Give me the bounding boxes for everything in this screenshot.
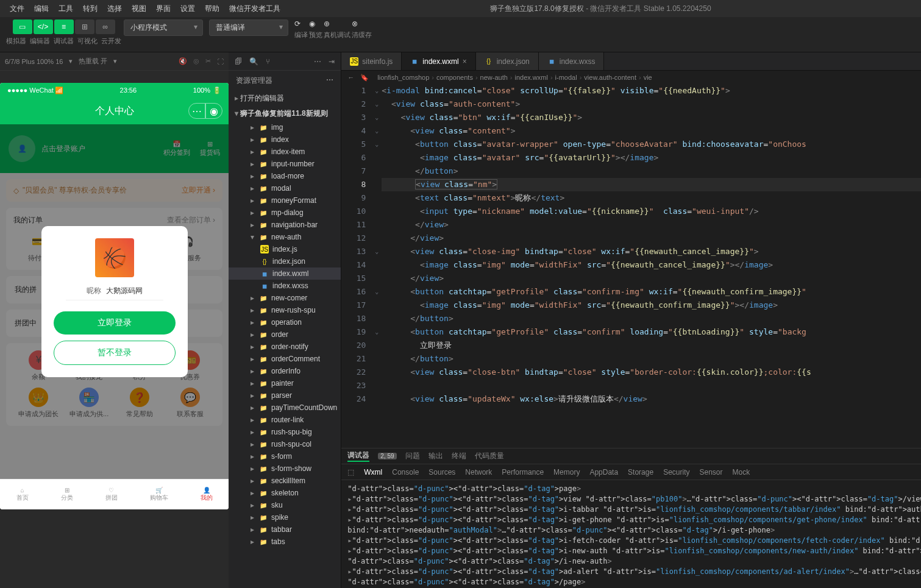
bc-bookmark-icon[interactable]: 🔖 (360, 74, 369, 82)
menu-help[interactable]: 帮助 (200, 4, 224, 14)
tab-close-icon[interactable]: × (463, 57, 467, 66)
file-index.json[interactable]: {}index.json (229, 255, 341, 267)
folder-orderComment[interactable]: 📁orderComment (229, 353, 341, 365)
breadcrumb-item[interactable]: index.wxml (515, 74, 548, 81)
breadcrumb-item[interactable]: view.auth-content (584, 74, 636, 81)
bc-back-icon[interactable]: ← (347, 74, 354, 81)
folder-operation[interactable]: 📁operation (229, 316, 341, 328)
tab-home[interactable]: ⌂首页 (16, 487, 29, 502)
tab-cart[interactable]: 🛒购物车 (150, 487, 168, 502)
explorer-files-icon[interactable]: 🗐 (235, 57, 242, 66)
code-editor[interactable]: 123456789101112131415161718192021222324 … (341, 84, 921, 448)
preview-button[interactable]: ◉ (309, 19, 322, 28)
breadcrumb-item[interactable]: lionfish_comshop (377, 74, 429, 81)
modal-avatar[interactable]: 🏀 (95, 238, 134, 277)
wxml-inspector[interactable]: "d-attr">class="d-punc"><"d-attr">class=… (341, 480, 921, 588)
folder-tabbar[interactable]: 📁tabbar (229, 523, 341, 536)
menu-settings[interactable]: 设置 (176, 4, 200, 14)
tab-index.wxml[interactable]: ◼index.wxml× (402, 52, 475, 70)
open-editors-section[interactable]: 打开的编辑器 (229, 91, 341, 106)
folder-s-form[interactable]: 📁s-form (229, 450, 341, 462)
tool-wxml[interactable]: Wxml (364, 468, 382, 476)
menu-file[interactable]: 文件 (5, 4, 29, 14)
capsule-close-icon[interactable]: ◉ (205, 103, 222, 119)
menu-goto[interactable]: 转到 (78, 4, 102, 14)
folder-order[interactable]: 📁order (229, 328, 341, 341)
tab-siteinfo.js[interactable]: JSsiteinfo.js (341, 52, 402, 70)
tool-mock[interactable]: Mock (733, 468, 750, 476)
folder-new-comer[interactable]: 📁new-comer (229, 292, 341, 304)
menu-tools[interactable]: 工具 (54, 4, 78, 14)
explorer-search-icon[interactable]: 🔍 (249, 57, 258, 66)
folder-mp-dialog[interactable]: 📁mp-dialog (229, 207, 341, 219)
device-info[interactable]: 6/7/8 Plus 100% 16 (5, 58, 63, 65)
tab-group[interactable]: ♡拼团 (105, 487, 118, 502)
menu-edit[interactable]: 编辑 (29, 4, 54, 14)
tool-storage[interactable]: Storage (628, 468, 653, 476)
folder-navigation-bar[interactable]: 📁navigation-bar (229, 219, 341, 231)
folder-rush-spu-col[interactable]: 📁rush-spu-col (229, 438, 341, 450)
folder-modal[interactable]: 📁modal (229, 182, 341, 194)
dbg-tab-terminal[interactable]: 终端 (452, 451, 466, 461)
folder-rush-spu-big[interactable]: 📁rush-spu-big (229, 426, 341, 438)
folder-img[interactable]: 📁img (229, 121, 341, 133)
mode-select[interactable]: 小程序模式 (124, 19, 203, 36)
explorer-collapse-icon[interactable]: ⇥ (329, 57, 335, 66)
folder-index[interactable]: 📁index (229, 133, 341, 146)
nick-value[interactable]: 大鹅源码网 (106, 286, 143, 296)
cloud-toggle[interactable]: ∞ (96, 19, 115, 34)
menu-select[interactable]: 选择 (102, 4, 127, 14)
explorer-branch-icon[interactable]: ⑂ (266, 57, 270, 66)
tool-network[interactable]: Network (465, 468, 492, 476)
breadcrumb-item[interactable]: i-modal (555, 74, 577, 81)
folder-sku[interactable]: 📁sku (229, 499, 341, 511)
folder-painter[interactable]: 📁painter (229, 377, 341, 389)
folder-moneyFormat[interactable]: 📁moneyFormat (229, 194, 341, 207)
folder-load-more[interactable]: 📁load-more (229, 170, 341, 182)
menu-view[interactable]: 视图 (127, 4, 151, 14)
tab-category[interactable]: ⊞分类 (61, 487, 73, 502)
tool-appdata[interactable]: AppData (589, 468, 618, 476)
folder-tabs[interactable]: 📁tabs (229, 536, 341, 548)
tool-sources[interactable]: Sources (428, 468, 455, 476)
folder-skeleton[interactable]: 📁skeleton (229, 487, 341, 499)
tool-performance[interactable]: Performance (502, 468, 544, 476)
tool-security[interactable]: Security (663, 468, 689, 476)
file-index.wxml[interactable]: ◼index.wxml (229, 267, 341, 280)
tool-sensor[interactable]: Sensor (700, 468, 723, 476)
compile-select[interactable]: 普通编译 (209, 19, 288, 36)
clear-cache-button[interactable]: ⊗ (352, 19, 372, 28)
dbg-tab-problems[interactable]: 问题 (405, 451, 420, 461)
file-index.js[interactable]: JSindex.js (229, 243, 341, 255)
folder-payTimeCountDown[interactable]: 📁payTimeCountDown (229, 402, 341, 414)
folder-order-notify[interactable]: 📁order-notify (229, 341, 341, 353)
folder-spike[interactable]: 📁spike (229, 511, 341, 523)
dbg-tab-output[interactable]: 输出 (428, 451, 443, 461)
menu-wxdevtools[interactable]: 微信开发者工具 (224, 4, 285, 14)
login-now-button[interactable]: 立即登录 (54, 311, 176, 335)
tab-index.json[interactable]: {}index.json (476, 52, 539, 70)
breadcrumb[interactable]: ← 🔖 lionfish_comshop›components›new-auth… (341, 71, 921, 84)
folder-router-link[interactable]: 📁router-link (229, 414, 341, 426)
breadcrumb-item[interactable]: new-auth (480, 74, 508, 81)
folder-parser[interactable]: 📁parser (229, 389, 341, 402)
tab-me[interactable]: 👤我的 (201, 487, 213, 502)
tool-memory[interactable]: Memory (553, 468, 580, 476)
sim-mute-icon[interactable]: 🔇 (179, 57, 187, 65)
folder-new-rush-spu[interactable]: 📁new-rush-spu (229, 304, 341, 316)
compile-button[interactable]: ⟳ (294, 19, 308, 28)
explorer-menu-icon[interactable]: ⋯ (326, 76, 333, 86)
simulator-toggle[interactable]: ▭ (13, 19, 32, 34)
sim-expand-icon[interactable]: ⛶ (217, 58, 224, 65)
dbg-tab-quality[interactable]: 代码质量 (475, 451, 504, 461)
breadcrumb-item[interactable]: vie (644, 74, 652, 81)
project-root[interactable]: 狮子鱼修复前端11.8新规则 (229, 106, 341, 121)
inspect-icon[interactable]: ⬚ (347, 468, 354, 476)
explorer-more-icon[interactable]: ⋯ (314, 57, 321, 66)
folder-seckillItem[interactable]: 📁seckillItem (229, 475, 341, 487)
skip-login-button[interactable]: 暂不登录 (54, 341, 176, 365)
sim-record-icon[interactable]: ◎ (193, 57, 199, 65)
capsule-menu-icon[interactable]: ⋯ (188, 103, 205, 119)
folder-index-item[interactable]: 📁index-item (229, 146, 341, 158)
visual-toggle[interactable]: ⊞ (75, 19, 94, 34)
